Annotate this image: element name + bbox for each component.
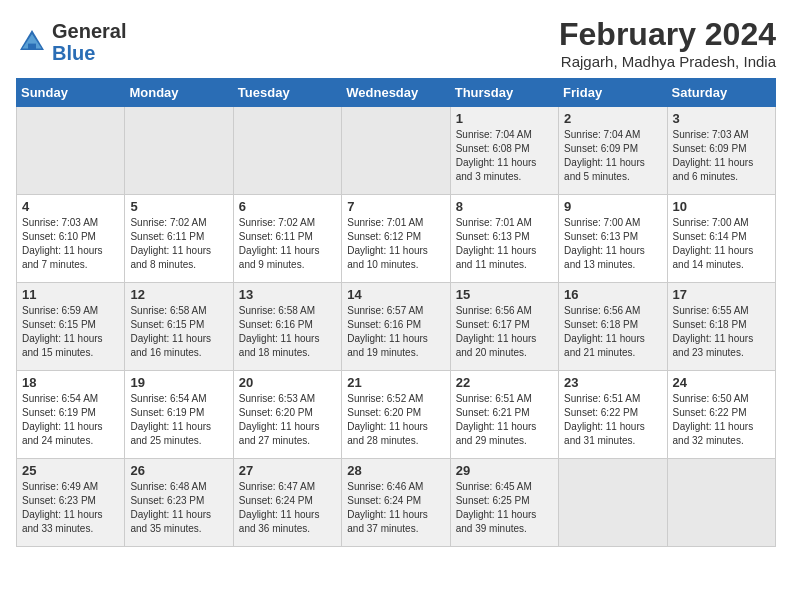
calendar-cell (559, 459, 667, 547)
calendar-week-row: 25Sunrise: 6:49 AMSunset: 6:23 PMDayligh… (17, 459, 776, 547)
day-info: Sunrise: 6:56 AMSunset: 6:18 PMDaylight:… (564, 304, 661, 360)
day-number: 21 (347, 375, 444, 390)
calendar-cell: 11Sunrise: 6:59 AMSunset: 6:15 PMDayligh… (17, 283, 125, 371)
calendar-cell: 16Sunrise: 6:56 AMSunset: 6:18 PMDayligh… (559, 283, 667, 371)
day-number: 7 (347, 199, 444, 214)
calendar-cell: 18Sunrise: 6:54 AMSunset: 6:19 PMDayligh… (17, 371, 125, 459)
day-number: 22 (456, 375, 553, 390)
day-number: 19 (130, 375, 227, 390)
calendar-cell: 28Sunrise: 6:46 AMSunset: 6:24 PMDayligh… (342, 459, 450, 547)
day-info: Sunrise: 6:48 AMSunset: 6:23 PMDaylight:… (130, 480, 227, 536)
day-info: Sunrise: 7:02 AMSunset: 6:11 PMDaylight:… (239, 216, 336, 272)
weekday-header: Monday (125, 79, 233, 107)
day-info: Sunrise: 7:03 AMSunset: 6:10 PMDaylight:… (22, 216, 119, 272)
day-info: Sunrise: 7:04 AMSunset: 6:09 PMDaylight:… (564, 128, 661, 184)
calendar-cell (125, 107, 233, 195)
logo-text: General Blue (52, 20, 126, 64)
day-info: Sunrise: 7:04 AMSunset: 6:08 PMDaylight:… (456, 128, 553, 184)
day-info: Sunrise: 6:46 AMSunset: 6:24 PMDaylight:… (347, 480, 444, 536)
calendar-cell: 19Sunrise: 6:54 AMSunset: 6:19 PMDayligh… (125, 371, 233, 459)
weekday-header-row: SundayMondayTuesdayWednesdayThursdayFrid… (17, 79, 776, 107)
day-number: 26 (130, 463, 227, 478)
day-info: Sunrise: 6:51 AMSunset: 6:22 PMDaylight:… (564, 392, 661, 448)
day-info: Sunrise: 7:00 AMSunset: 6:14 PMDaylight:… (673, 216, 770, 272)
logo-icon (16, 26, 48, 58)
day-info: Sunrise: 7:03 AMSunset: 6:09 PMDaylight:… (673, 128, 770, 184)
calendar-week-row: 1Sunrise: 7:04 AMSunset: 6:08 PMDaylight… (17, 107, 776, 195)
day-number: 2 (564, 111, 661, 126)
day-number: 3 (673, 111, 770, 126)
calendar-cell: 14Sunrise: 6:57 AMSunset: 6:16 PMDayligh… (342, 283, 450, 371)
calendar-cell (342, 107, 450, 195)
calendar-cell: 1Sunrise: 7:04 AMSunset: 6:08 PMDaylight… (450, 107, 558, 195)
calendar-cell (667, 459, 775, 547)
day-number: 20 (239, 375, 336, 390)
day-number: 23 (564, 375, 661, 390)
day-number: 24 (673, 375, 770, 390)
calendar-cell: 22Sunrise: 6:51 AMSunset: 6:21 PMDayligh… (450, 371, 558, 459)
day-number: 8 (456, 199, 553, 214)
calendar-cell: 2Sunrise: 7:04 AMSunset: 6:09 PMDaylight… (559, 107, 667, 195)
calendar-cell: 21Sunrise: 6:52 AMSunset: 6:20 PMDayligh… (342, 371, 450, 459)
day-info: Sunrise: 6:56 AMSunset: 6:17 PMDaylight:… (456, 304, 553, 360)
header: General Blue February 2024 Rajgarh, Madh… (16, 16, 776, 70)
calendar-cell: 20Sunrise: 6:53 AMSunset: 6:20 PMDayligh… (233, 371, 341, 459)
calendar-cell: 6Sunrise: 7:02 AMSunset: 6:11 PMDaylight… (233, 195, 341, 283)
calendar-table: SundayMondayTuesdayWednesdayThursdayFrid… (16, 78, 776, 547)
day-number: 5 (130, 199, 227, 214)
weekday-header: Friday (559, 79, 667, 107)
day-info: Sunrise: 6:55 AMSunset: 6:18 PMDaylight:… (673, 304, 770, 360)
calendar-cell: 24Sunrise: 6:50 AMSunset: 6:22 PMDayligh… (667, 371, 775, 459)
day-number: 15 (456, 287, 553, 302)
day-number: 1 (456, 111, 553, 126)
day-info: Sunrise: 6:50 AMSunset: 6:22 PMDaylight:… (673, 392, 770, 448)
logo: General Blue (16, 20, 126, 64)
calendar-cell: 13Sunrise: 6:58 AMSunset: 6:16 PMDayligh… (233, 283, 341, 371)
calendar-cell: 25Sunrise: 6:49 AMSunset: 6:23 PMDayligh… (17, 459, 125, 547)
weekday-header: Sunday (17, 79, 125, 107)
weekday-header: Wednesday (342, 79, 450, 107)
day-info: Sunrise: 7:01 AMSunset: 6:12 PMDaylight:… (347, 216, 444, 272)
day-number: 25 (22, 463, 119, 478)
day-info: Sunrise: 6:57 AMSunset: 6:16 PMDaylight:… (347, 304, 444, 360)
calendar-cell: 29Sunrise: 6:45 AMSunset: 6:25 PMDayligh… (450, 459, 558, 547)
day-number: 10 (673, 199, 770, 214)
calendar-cell: 10Sunrise: 7:00 AMSunset: 6:14 PMDayligh… (667, 195, 775, 283)
day-number: 13 (239, 287, 336, 302)
calendar-cell: 17Sunrise: 6:55 AMSunset: 6:18 PMDayligh… (667, 283, 775, 371)
title-area: February 2024 Rajgarh, Madhya Pradesh, I… (559, 16, 776, 70)
day-number: 17 (673, 287, 770, 302)
day-number: 29 (456, 463, 553, 478)
calendar-cell: 15Sunrise: 6:56 AMSunset: 6:17 PMDayligh… (450, 283, 558, 371)
calendar-cell: 12Sunrise: 6:58 AMSunset: 6:15 PMDayligh… (125, 283, 233, 371)
calendar-cell: 27Sunrise: 6:47 AMSunset: 6:24 PMDayligh… (233, 459, 341, 547)
day-info: Sunrise: 7:01 AMSunset: 6:13 PMDaylight:… (456, 216, 553, 272)
day-number: 6 (239, 199, 336, 214)
day-number: 16 (564, 287, 661, 302)
weekday-header: Tuesday (233, 79, 341, 107)
day-number: 28 (347, 463, 444, 478)
day-info: Sunrise: 6:58 AMSunset: 6:16 PMDaylight:… (239, 304, 336, 360)
calendar-cell: 9Sunrise: 7:00 AMSunset: 6:13 PMDaylight… (559, 195, 667, 283)
day-number: 14 (347, 287, 444, 302)
day-number: 9 (564, 199, 661, 214)
calendar-cell: 5Sunrise: 7:02 AMSunset: 6:11 PMDaylight… (125, 195, 233, 283)
day-info: Sunrise: 7:00 AMSunset: 6:13 PMDaylight:… (564, 216, 661, 272)
calendar-cell: 4Sunrise: 7:03 AMSunset: 6:10 PMDaylight… (17, 195, 125, 283)
day-info: Sunrise: 6:51 AMSunset: 6:21 PMDaylight:… (456, 392, 553, 448)
day-info: Sunrise: 7:02 AMSunset: 6:11 PMDaylight:… (130, 216, 227, 272)
calendar-cell: 23Sunrise: 6:51 AMSunset: 6:22 PMDayligh… (559, 371, 667, 459)
day-number: 18 (22, 375, 119, 390)
calendar-cell (233, 107, 341, 195)
calendar-cell: 7Sunrise: 7:01 AMSunset: 6:12 PMDaylight… (342, 195, 450, 283)
location: Rajgarh, Madhya Pradesh, India (559, 53, 776, 70)
month-year: February 2024 (559, 16, 776, 53)
day-info: Sunrise: 6:47 AMSunset: 6:24 PMDaylight:… (239, 480, 336, 536)
day-info: Sunrise: 6:52 AMSunset: 6:20 PMDaylight:… (347, 392, 444, 448)
weekday-header: Thursday (450, 79, 558, 107)
svg-rect-2 (28, 44, 36, 50)
day-info: Sunrise: 6:45 AMSunset: 6:25 PMDaylight:… (456, 480, 553, 536)
day-info: Sunrise: 6:54 AMSunset: 6:19 PMDaylight:… (22, 392, 119, 448)
calendar-week-row: 18Sunrise: 6:54 AMSunset: 6:19 PMDayligh… (17, 371, 776, 459)
day-number: 27 (239, 463, 336, 478)
